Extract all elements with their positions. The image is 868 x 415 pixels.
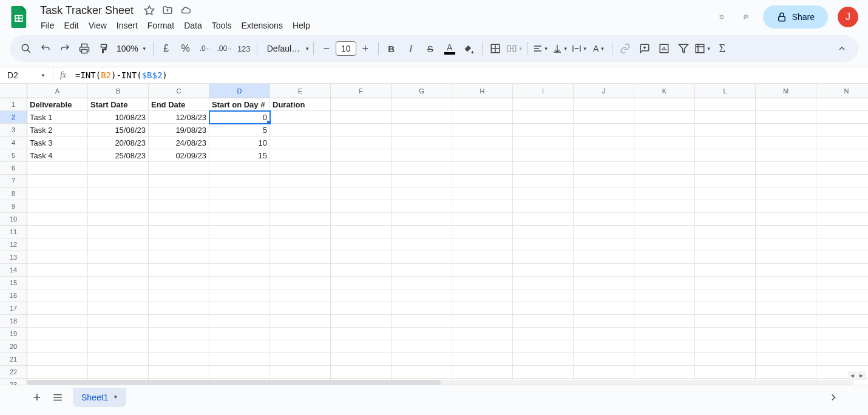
cell-B5[interactable]: 25/08/23 [88,149,149,162]
cell-E12[interactable] [270,238,331,251]
add-sheet-icon[interactable]: + [27,387,47,408]
avatar[interactable]: J [838,7,858,27]
cell-N19[interactable] [816,328,868,340]
bold-icon[interactable]: B [382,39,401,58]
spreadsheet-grid[interactable]: ABCDEFGHIJKLMN1DeliverableStart DateEnd … [0,84,868,385]
cell-K11[interactable] [634,226,695,238]
cell-D10[interactable] [209,213,270,226]
cell-F16[interactable] [331,289,392,302]
collapse-toolbar-icon[interactable] [833,39,851,58]
cell-M12[interactable] [756,238,816,251]
cell-K22[interactable] [634,366,695,379]
cell-A1[interactable]: Deliverable [27,98,88,111]
cell-K2[interactable] [634,111,695,124]
menu-help[interactable]: Help [288,19,314,32]
row-header-2[interactable]: 2 [0,111,27,124]
cell-I7[interactable] [513,175,574,187]
cell-A5[interactable]: Task 4 [27,149,88,162]
cell-G20[interactable] [392,340,452,353]
cell-H2[interactable] [452,111,513,124]
cell-B16[interactable] [88,289,149,302]
cell-G14[interactable] [392,264,452,277]
insert-chart-icon[interactable] [655,39,673,58]
cell-H16[interactable] [452,289,513,302]
col-header-K[interactable]: K [634,84,695,98]
horizontal-scrollbar[interactable] [27,380,853,385]
comment-icon[interactable] [739,10,753,24]
cell-K6[interactable] [634,162,695,175]
cell-A2[interactable]: Task 1 [27,111,88,124]
cell-G18[interactable] [392,315,452,328]
search-icon[interactable] [17,39,35,58]
cell-H6[interactable] [452,162,513,175]
cell-K21[interactable] [634,353,695,366]
row-header-11[interactable]: 11 [0,226,27,238]
cell-M9[interactable] [756,200,816,213]
decrease-font-icon[interactable]: − [317,39,336,58]
cell-N6[interactable] [816,162,868,175]
row-header-16[interactable]: 16 [0,289,27,302]
cell-B10[interactable] [88,213,149,226]
cell-B21[interactable] [88,353,149,366]
cell-K1[interactable] [634,98,695,111]
cell-N18[interactable] [816,315,868,328]
cell-H20[interactable] [452,340,513,353]
cell-E11[interactable] [270,226,331,238]
cell-H4[interactable] [452,137,513,149]
font-select[interactable]: Defaul…▼ [261,41,310,56]
cell-H11[interactable] [452,226,513,238]
cell-L19[interactable] [695,328,756,340]
row-header-9[interactable]: 9 [0,200,27,213]
cell-K13[interactable] [634,251,695,264]
cell-E2[interactable] [270,111,331,124]
cell-N7[interactable] [816,175,868,187]
cell-H15[interactable] [452,277,513,289]
cell-B19[interactable] [88,328,149,340]
cell-B18[interactable] [88,315,149,328]
cell-M19[interactable] [756,328,816,340]
cell-B8[interactable] [88,187,149,200]
menu-format[interactable]: Format [143,19,178,32]
cell-C15[interactable] [149,277,209,289]
cell-I10[interactable] [513,213,574,226]
col-header-I[interactable]: I [513,84,574,98]
cell-B7[interactable] [88,175,149,187]
cell-J21[interactable] [574,353,634,366]
cell-N12[interactable] [816,238,868,251]
cell-J10[interactable] [574,213,634,226]
col-header-L[interactable]: L [695,84,756,98]
cell-F3[interactable] [331,124,392,137]
menu-insert[interactable]: Insert [112,19,142,32]
cell-G6[interactable] [392,162,452,175]
cell-K9[interactable] [634,200,695,213]
all-sheets-icon[interactable] [47,387,68,408]
select-all-cell[interactable] [0,84,27,98]
cell-C5[interactable]: 02/09/23 [149,149,209,162]
cell-J3[interactable] [574,124,634,137]
cell-I8[interactable] [513,187,574,200]
cell-C21[interactable] [149,353,209,366]
cloud-icon[interactable] [180,4,192,16]
move-icon[interactable] [161,4,174,16]
cell-C14[interactable] [149,264,209,277]
cell-H19[interactable] [452,328,513,340]
cell-B6[interactable] [88,162,149,175]
row-header-18[interactable]: 18 [0,315,27,328]
cell-L9[interactable] [695,200,756,213]
cell-D17[interactable] [209,302,270,315]
cell-L11[interactable] [695,226,756,238]
cell-E1[interactable]: Duration [270,98,331,111]
cell-L7[interactable] [695,175,756,187]
cell-J2[interactable] [574,111,634,124]
cell-N15[interactable] [816,277,868,289]
cell-J8[interactable] [574,187,634,200]
cell-K16[interactable] [634,289,695,302]
cell-I2[interactable] [513,111,574,124]
cell-D5[interactable]: 15 [209,149,270,162]
filter-icon[interactable] [674,39,693,58]
cell-E7[interactable] [270,175,331,187]
cell-L20[interactable] [695,340,756,353]
cell-J11[interactable] [574,226,634,238]
cell-C22[interactable] [149,366,209,379]
cell-B20[interactable] [88,340,149,353]
